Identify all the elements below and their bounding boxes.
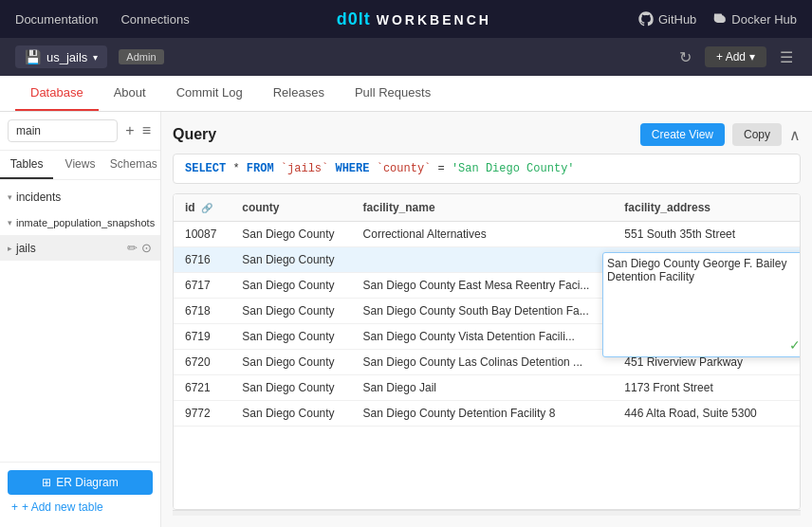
- add-chevron-icon: ▾: [749, 50, 755, 64]
- sidebar-tabs: Tables Views Schemas: [0, 151, 160, 180]
- cell-id[interactable]: 6717: [174, 273, 231, 299]
- sidebar-list-icon[interactable]: ≡: [140, 120, 153, 141]
- incidents-edit-icon[interactable]: ✏: [126, 189, 138, 205]
- docker-label: Docker Hub: [731, 12, 797, 27]
- scroll-bar-area[interactable]: [173, 510, 801, 516]
- sql-select-keyword: SELECT: [185, 162, 226, 175]
- sidebar-top: main + ≡: [0, 112, 160, 151]
- cell-id[interactable]: 6721: [174, 375, 231, 401]
- top-navigation: Documentation Connections d0lt WORKBENCH…: [0, 0, 812, 38]
- cell-facility-address[interactable]: 1173 Front Street: [613, 375, 800, 401]
- cell-county[interactable]: San Diego County: [231, 324, 351, 350]
- tab-commit-log[interactable]: Commit Log: [161, 76, 258, 111]
- sql-value: 'San Diego County': [452, 162, 575, 175]
- sidebar-tab-views[interactable]: Views: [53, 151, 106, 179]
- er-label: ER Diagram: [56, 476, 118, 489]
- add-button[interactable]: + Add ▾: [705, 46, 766, 67]
- top-nav-right: GitHub Docker Hub: [638, 11, 797, 27]
- cell-facility-name[interactable]: San Diego County East Mesa Reentry Faci.…: [352, 273, 614, 299]
- jails-actions: ✏ ⊙: [126, 240, 153, 256]
- jails-more-icon[interactable]: ⊙: [140, 240, 153, 256]
- create-view-button[interactable]: Create View: [640, 123, 725, 146]
- db-bar-actions: ↻ + Add ▾ ☰: [675, 45, 797, 70]
- add-table-link[interactable]: + + Add new table: [8, 495, 153, 519]
- cell-county[interactable]: San Diego County: [231, 350, 351, 375]
- tab-pull-requests[interactable]: Pull Requests: [340, 76, 446, 111]
- cell-facility-name[interactable]: [352, 247, 614, 273]
- cell-id[interactable]: 9772: [174, 401, 231, 427]
- sidebar-item-incidents[interactable]: ▾ incidents ✏ ⊙: [0, 184, 160, 209]
- inmate-chevron-icon: ▾: [8, 218, 12, 227]
- sidebar-item-jails[interactable]: ▸ jails ✏ ⊙: [0, 235, 160, 261]
- table-row: 10087San Diego CountyCorrectional Altern…: [174, 222, 800, 247]
- cell-facility-name[interactable]: San Diego Jail: [352, 375, 614, 401]
- cell-editor-textarea[interactable]: San Diego County George F. Bailey Detent…: [607, 257, 801, 333]
- cell-id[interactable]: 6720: [174, 350, 231, 375]
- sql-where-keyword: WHERE: [335, 162, 369, 175]
- db-admin-badge: Admin: [119, 49, 163, 64]
- cell-id[interactable]: 6716: [174, 247, 231, 273]
- db-selector[interactable]: 💾 us_jails ▾: [15, 45, 107, 68]
- cell-facility-name[interactable]: San Diego County Vista Detention Facili.…: [352, 324, 614, 350]
- cell-county[interactable]: San Diego County: [231, 247, 351, 273]
- connections-link[interactable]: Connections: [120, 12, 189, 27]
- cell-county[interactable]: San Diego County: [231, 299, 351, 324]
- github-link[interactable]: GitHub: [638, 11, 696, 27]
- menu-button[interactable]: ☰: [776, 45, 797, 70]
- top-nav-links: Documentation Connections: [15, 12, 190, 27]
- cell-facility-address[interactable]: 446 Alta Road, Suite 5300: [613, 401, 800, 427]
- cell-facility-address[interactable]: 551 South 35th Street: [613, 222, 800, 247]
- cell-county[interactable]: San Diego County: [231, 375, 351, 401]
- col-county: county: [231, 194, 351, 222]
- jails-edit-icon[interactable]: ✏: [126, 240, 138, 256]
- sidebar: main + ≡ Tables Views Schemas ▾ incident…: [0, 112, 161, 527]
- table-row: 9772San Diego CountySan Diego County Det…: [174, 401, 800, 427]
- cell-id[interactable]: 10087: [174, 222, 231, 247]
- incidents-more-icon[interactable]: ⊙: [140, 189, 153, 205]
- documentation-link[interactable]: Documentation: [15, 12, 98, 27]
- cell-facility-name[interactable]: San Diego County Detention Facility 8: [352, 401, 614, 427]
- branch-select[interactable]: main: [8, 119, 118, 142]
- cell-id[interactable]: 6718: [174, 299, 231, 324]
- collapse-button[interactable]: ∧: [789, 126, 801, 144]
- refresh-button[interactable]: ↻: [675, 45, 695, 70]
- sidebar-add-icon[interactable]: +: [123, 120, 136, 141]
- incidents-label: incidents: [16, 191, 122, 204]
- sidebar-table-list: ▾ incidents ✏ ⊙ ▾ inmate_population_snap…: [0, 180, 160, 462]
- cell-facility-name[interactable]: San Diego County Las Colinas Detention .…: [352, 350, 614, 375]
- jails-label: jails: [16, 242, 122, 255]
- db-name: us_jails: [46, 50, 87, 64]
- cell-facility-name[interactable]: San Diego County South Bay Detention Fa.…: [352, 299, 614, 324]
- sidebar-tab-schemas[interactable]: Schemas: [107, 151, 160, 179]
- cell-county[interactable]: San Diego County: [231, 273, 351, 299]
- incidents-chevron-icon: ▾: [8, 192, 12, 202]
- tab-releases[interactable]: Releases: [258, 76, 340, 111]
- sidebar-tab-tables[interactable]: Tables: [0, 151, 53, 179]
- er-diagram-button[interactable]: ⊞ ER Diagram: [8, 470, 153, 495]
- col-id: id 🔗: [174, 194, 231, 222]
- tab-database[interactable]: Database: [15, 76, 99, 111]
- editor-confirm-icon[interactable]: ✓: [789, 337, 801, 353]
- col-facility-name: facility_name: [352, 194, 614, 222]
- cell-county[interactable]: San Diego County: [231, 401, 351, 427]
- sidebar-item-inmate-population[interactable]: ▾ inmate_population_snapshots ✏ ⊙: [0, 209, 160, 235]
- cell-county[interactable]: San Diego County: [231, 222, 351, 247]
- docker-link[interactable]: Docker Hub: [711, 11, 797, 27]
- inline-cell-editor[interactable]: San Diego County George F. Bailey Detent…: [602, 252, 801, 357]
- jails-chevron-icon: ▸: [8, 244, 12, 253]
- db-bar: 💾 us_jails ▾ Admin ↻ + Add ▾ ☰: [0, 38, 812, 76]
- query-sql-display: SELECT * FROM `jails` WHERE `county` = '…: [173, 154, 801, 184]
- inmate-edit-icon[interactable]: ✏: [158, 214, 160, 230]
- tab-bar: Database About Commit Log Releases Pull …: [0, 76, 812, 112]
- query-header: Query Create View Copy ∧: [173, 123, 801, 146]
- tab-about[interactable]: About: [99, 76, 161, 111]
- sql-from-keyword: FROM: [247, 162, 274, 175]
- results-table-container: id 🔗 county facility_name facility_addre…: [173, 193, 801, 510]
- table-row: 6721San Diego CountySan Diego Jail1173 F…: [174, 375, 800, 401]
- cell-facility-name[interactable]: Correctional Alternatives: [352, 222, 614, 247]
- github-label: GitHub: [658, 12, 696, 27]
- cell-id[interactable]: 6719: [174, 324, 231, 350]
- copy-button[interactable]: Copy: [732, 123, 782, 146]
- sql-table-name: `jails`: [281, 162, 328, 175]
- brand-dolt: d0lt: [337, 9, 371, 28]
